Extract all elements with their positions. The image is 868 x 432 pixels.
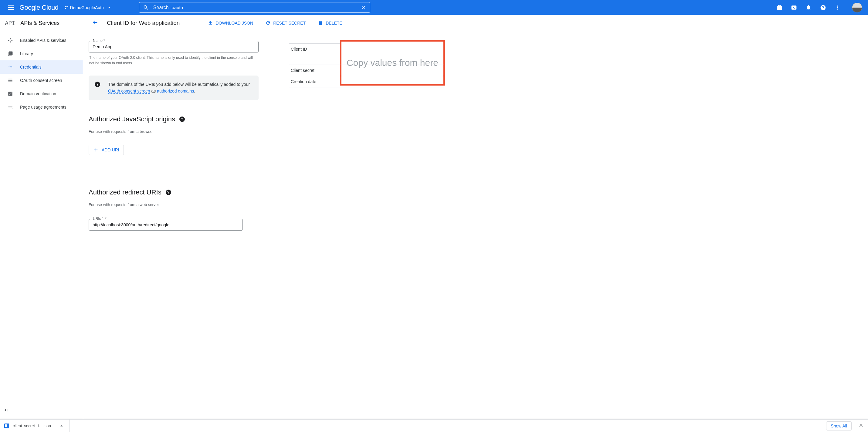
search-label: Search — [153, 5, 169, 10]
name-field-wrapper: Name * — [89, 41, 258, 53]
hamburger-icon — [8, 5, 14, 10]
name-input[interactable] — [89, 41, 258, 53]
js-origins-heading: Authorized JavaScript origins ? — [89, 115, 258, 123]
diamond-icon — [7, 37, 13, 43]
search-icon — [143, 5, 149, 11]
list-icon — [7, 104, 13, 110]
sidebar-item-label: OAuth consent screen — [20, 78, 62, 83]
search-box[interactable]: Search oauth — [139, 2, 370, 13]
help-icon[interactable]: ? — [179, 117, 185, 122]
credentials-panel: Client ID Copy values from here Client s… — [289, 43, 444, 232]
sidebar-item-credentials[interactable]: Credentials — [0, 60, 83, 74]
redirect-uris-heading: Authorized redirect URIs ? — [89, 189, 258, 196]
collapse-sidebar-button[interactable] — [1, 406, 82, 416]
client-secret-row: Client secret — [289, 65, 444, 76]
help-icon[interactable] — [819, 4, 827, 11]
app-header: Google Cloud DemoGoogleAuth Search oauth — [0, 0, 868, 15]
main-content: Client ID for Web application DOWNLOAD J… — [83, 15, 868, 419]
uri1-field-wrapper: URIs 1 * — [89, 219, 243, 231]
check-icon — [7, 91, 13, 97]
key-icon — [7, 64, 13, 70]
download-json-button[interactable]: DOWNLOAD JSON — [204, 18, 257, 28]
refresh-icon — [265, 20, 271, 26]
help-icon[interactable]: ? — [166, 190, 171, 195]
sidebar-item-domain-verification[interactable]: Domain verification — [0, 87, 83, 100]
sidebar-item-label: Page usage agreements — [20, 105, 66, 109]
header-actions — [776, 3, 862, 12]
sidebar-item-label: Domain verification — [20, 91, 56, 96]
consent-icon — [7, 77, 13, 84]
reset-secret-button[interactable]: RESET SECRET — [261, 18, 309, 28]
action-bar: Client ID for Web application DOWNLOAD J… — [83, 15, 868, 31]
cloud-shell-icon[interactable] — [790, 4, 798, 11]
chevron-down-icon — [107, 6, 111, 9]
sidebar-item-label: Credentials — [20, 65, 41, 69]
sidebar-title: APIs & Services — [20, 20, 60, 26]
library-icon — [7, 51, 13, 57]
back-button[interactable] — [89, 17, 101, 29]
project-icon — [65, 6, 68, 9]
oauth-consent-link[interactable]: OAuth consent screen — [108, 89, 150, 94]
uri1-input[interactable] — [89, 219, 243, 231]
project-selector[interactable]: DemoGoogleAuth — [65, 5, 111, 10]
collapse-icon — [3, 407, 9, 413]
client-id-row: Client ID Copy values from here — [289, 43, 444, 65]
sidebar-item-page-usage[interactable]: Page usage agreements — [0, 100, 83, 114]
page-title: Client ID for Web application — [107, 20, 180, 26]
info-text: The domains of the URIs you add below wi… — [108, 81, 252, 95]
sidebar-item-label: Enabled APIs & services — [20, 38, 66, 43]
sidebar-header[interactable]: API APIs & Services — [0, 15, 83, 31]
search-value: oauth — [172, 5, 360, 10]
info-icon: i — [95, 81, 100, 87]
notifications-icon[interactable] — [805, 4, 812, 11]
creation-date-row: Creation date — [289, 76, 444, 87]
js-origins-sub: For use with requests from a browser — [89, 129, 258, 134]
hamburger-menu-button[interactable] — [4, 0, 18, 15]
arrow-back-icon — [92, 19, 98, 26]
delete-button[interactable]: DELETE — [314, 18, 346, 28]
uri1-label: URIs 1 * — [92, 217, 108, 221]
more-icon[interactable] — [834, 4, 841, 11]
name-helper: The name of your OAuth 2.0 client. This … — [89, 55, 258, 66]
api-badge: API — [5, 20, 15, 27]
plus-icon — [93, 147, 99, 153]
free-trial-icon[interactable] — [776, 4, 783, 11]
sidebar-item-library[interactable]: Library — [0, 47, 83, 60]
add-uri-button[interactable]: ADD URI — [89, 145, 124, 155]
info-banner: i The domains of the URIs you add below … — [89, 75, 258, 100]
delete-icon — [318, 20, 323, 26]
authorized-domains-link[interactable]: authorized domains — [157, 89, 194, 94]
sidebar-item-enabled-apis[interactable]: Enabled APIs & services — [0, 34, 83, 47]
sidebar-item-oauth-consent[interactable]: OAuth consent screen — [0, 74, 83, 87]
download-icon — [208, 20, 213, 26]
google-cloud-logo[interactable]: Google Cloud — [20, 4, 59, 11]
clear-search-icon[interactable] — [360, 5, 366, 11]
project-name: DemoGoogleAuth — [70, 5, 104, 10]
sidebar: API APIs & Services Enabled APIs & servi… — [0, 15, 83, 419]
redirect-uris-sub: For use with requests from a web server — [89, 202, 258, 207]
user-avatar[interactable] — [852, 3, 862, 12]
name-label: Name * — [92, 38, 106, 43]
sidebar-item-label: Library — [20, 51, 33, 56]
